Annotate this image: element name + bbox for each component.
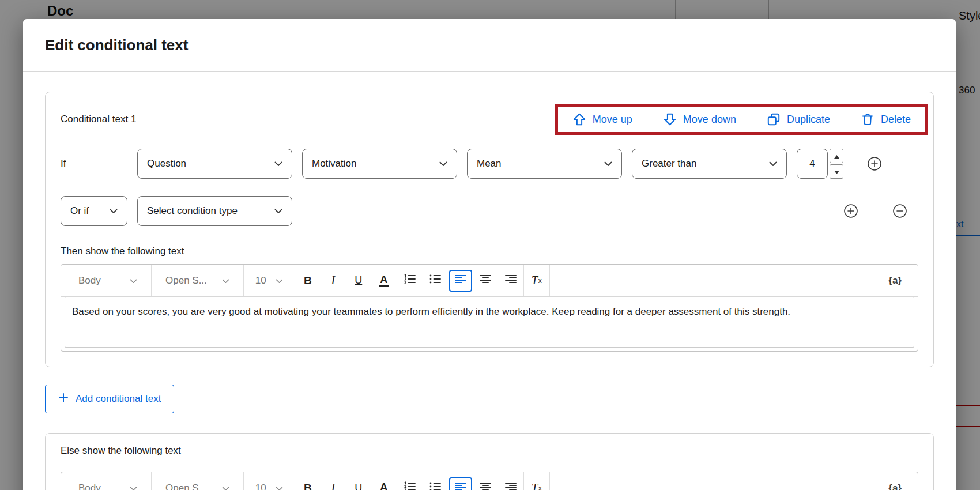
value-input[interactable]: 4 — [797, 149, 828, 179]
editor-toolbar: Body Open S... 10 B I — [61, 472, 918, 490]
clear-formatting-x: x — [538, 484, 542, 490]
edit-conditional-text-modal: Edit conditional text Conditional text 1… — [23, 19, 956, 490]
align-left-button[interactable] — [449, 270, 472, 292]
clear-formatting-button[interactable]: Tx — [525, 476, 549, 490]
or-if-value: Or if — [70, 205, 89, 217]
text-color-button[interactable]: A — [372, 476, 396, 490]
underline-button[interactable]: U — [346, 269, 371, 293]
align-center-icon — [480, 482, 491, 490]
conditional-text-card: Conditional text 1 Move up Move down — [45, 92, 934, 367]
action-bar-red-highlight: Move up Move down Duplicate — [555, 104, 928, 135]
font-family-value: Open S... — [165, 483, 207, 490]
align-right-button[interactable] — [499, 269, 523, 293]
then-label: Then show the following text — [61, 246, 918, 257]
bold-button[interactable]: B — [296, 269, 320, 293]
align-right-icon — [505, 274, 517, 287]
clear-formatting-x: x — [538, 277, 542, 285]
move-down-button[interactable]: Move down — [662, 112, 736, 127]
chevron-down-icon — [274, 205, 282, 217]
toolbar-separator — [523, 265, 524, 296]
toolbar-separator — [549, 265, 550, 296]
chevron-down-icon — [110, 205, 118, 217]
decrement-button[interactable] — [830, 164, 843, 179]
condition-field-dropdown[interactable]: Motivation — [302, 149, 457, 179]
duplicate-icon — [766, 112, 781, 127]
paragraph-style-dropdown[interactable]: Body — [65, 265, 151, 297]
font-size-dropdown[interactable]: 10 — [244, 265, 295, 297]
paragraph-style-value: Body — [78, 275, 101, 287]
bullet-list-button[interactable] — [423, 269, 447, 293]
triangle-up-icon — [834, 152, 839, 160]
text-color-button[interactable]: A — [372, 269, 396, 293]
add-conditional-text-button[interactable]: Add conditional text — [45, 385, 174, 413]
align-right-button[interactable] — [499, 476, 523, 490]
ordered-list-button[interactable] — [398, 269, 422, 293]
align-center-button[interactable] — [473, 476, 497, 490]
piped-text-button[interactable]: {a} — [888, 275, 914, 287]
add-condition-button[interactable] — [866, 156, 883, 172]
or-if-dropdown[interactable]: Or if — [61, 196, 127, 226]
delete-button[interactable]: Delete — [860, 112, 911, 127]
ordered-list-icon — [404, 481, 416, 490]
bullet-list-icon — [429, 274, 442, 287]
trash-icon — [860, 112, 875, 127]
paragraph-style-dropdown[interactable]: Body — [65, 472, 151, 490]
chevron-down-icon — [130, 275, 137, 287]
value-steppers — [830, 149, 843, 179]
add-condition-row-button[interactable] — [843, 203, 859, 219]
modal-header: Edit conditional text — [23, 19, 956, 72]
condition-type-dropdown[interactable]: Select condition type — [137, 196, 292, 226]
text-color-letter: A — [379, 482, 389, 490]
condition-row: If Question Motivation Mean Greater than — [61, 149, 918, 179]
editor-content[interactable]: Based on your scores, you are very good … — [65, 297, 914, 348]
arrow-down-icon — [662, 112, 677, 127]
condition-operator-dropdown[interactable]: Greater than — [632, 149, 787, 179]
or-if-row: Or if Select condition type — [61, 196, 918, 226]
chevron-down-icon — [222, 275, 229, 287]
modal-body: Conditional text 1 Move up Move down — [23, 72, 956, 490]
chevron-down-icon — [276, 483, 283, 490]
value-spinbox: 4 — [797, 149, 843, 179]
rich-text-editor-else: Body Open S... 10 B I — [61, 472, 918, 490]
bullet-list-button[interactable] — [423, 476, 447, 490]
ordered-list-button[interactable] — [398, 476, 422, 490]
condition-scope-dropdown[interactable]: Question — [137, 149, 292, 179]
condition-scope-value: Question — [147, 158, 186, 169]
clear-formatting-button[interactable]: Tx — [525, 269, 549, 293]
toolbar-separator — [523, 472, 524, 490]
else-label: Else show the following text — [61, 445, 918, 457]
condition-operator-value: Greater than — [642, 158, 696, 169]
piped-text-button[interactable]: {a} — [888, 483, 914, 490]
align-center-icon — [480, 274, 491, 287]
align-right-icon — [505, 482, 517, 490]
bullet-list-icon — [429, 481, 442, 490]
text-color-letter: A — [379, 274, 389, 287]
chevron-down-icon — [769, 158, 777, 169]
remove-condition-row-button[interactable] — [892, 203, 908, 219]
card-header-row: Conditional text 1 Move up Move down — [61, 104, 918, 135]
font-family-dropdown[interactable]: Open S... — [152, 472, 243, 490]
toolbar-separator — [397, 265, 397, 296]
condition-metric-dropdown[interactable]: Mean — [467, 149, 622, 179]
font-size-dropdown[interactable]: 10 — [244, 472, 295, 490]
underline-button[interactable]: U — [346, 476, 371, 490]
bold-button[interactable]: B — [296, 476, 320, 490]
duplicate-button[interactable]: Duplicate — [766, 112, 830, 127]
add-conditional-text-label: Add conditional text — [76, 393, 161, 405]
font-family-dropdown[interactable]: Open S... — [152, 265, 243, 297]
move-down-label: Move down — [683, 114, 736, 126]
align-center-button[interactable] — [473, 269, 497, 293]
italic-button[interactable]: I — [321, 269, 345, 293]
chevron-down-icon — [274, 158, 282, 169]
move-up-button[interactable]: Move up — [572, 112, 632, 127]
rich-text-editor: Body Open S... 10 B I — [61, 264, 918, 352]
toolbar-separator — [295, 265, 295, 296]
align-left-icon — [455, 482, 466, 490]
chevron-down-icon — [130, 483, 137, 490]
align-left-button[interactable] — [449, 477, 472, 490]
modal-title: Edit conditional text — [45, 36, 188, 54]
clear-formatting-t: T — [532, 481, 538, 490]
italic-button[interactable]: I — [321, 476, 345, 490]
clear-formatting-t: T — [532, 274, 538, 287]
increment-button[interactable] — [830, 149, 843, 163]
